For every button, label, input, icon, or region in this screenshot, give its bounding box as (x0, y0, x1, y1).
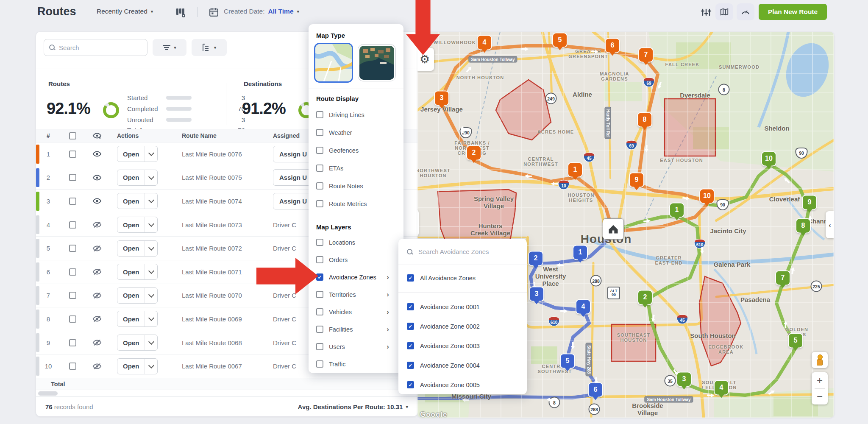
route-stop-marker-blue-6[interactable]: 6 (589, 383, 602, 396)
chevron-down-icon[interactable] (145, 359, 157, 374)
chevron-down-icon[interactable] (145, 288, 157, 303)
row-checkbox[interactable] (69, 363, 76, 370)
route-stop-marker-green-5[interactable]: 5 (789, 334, 802, 347)
checkbox[interactable] (316, 343, 323, 350)
avoidance-zone-item[interactable]: ✓Avoidance Zone 0001 (407, 303, 480, 310)
eye-icon[interactable] (84, 174, 110, 181)
chevron-down-icon[interactable] (145, 264, 157, 279)
checkbox[interactable] (316, 165, 323, 172)
sort-dropdown[interactable]: Recently Created ▾ (97, 8, 153, 15)
route-stop-marker-green-3[interactable]: 3 (677, 372, 691, 386)
open-route-button[interactable]: Open (117, 287, 158, 304)
route-name[interactable]: Last Mile Route 0067 (173, 363, 264, 370)
route-name[interactable]: Last Mile Route 0072 (173, 245, 264, 252)
chevron-down-icon[interactable] (145, 170, 157, 185)
open-route-button[interactable]: Open (117, 217, 158, 233)
dashboard-gauge-button[interactable] (737, 3, 754, 20)
route-stop-marker-green-9[interactable]: 9 (803, 195, 816, 209)
eye-off-icon[interactable] (84, 292, 110, 299)
map-layer-item-users[interactable]: Users› (316, 343, 396, 350)
route-stop-marker-blue-4[interactable]: 4 (576, 300, 590, 313)
map-type-satellite-option[interactable] (358, 45, 395, 81)
checkbox[interactable]: ✓ (316, 273, 323, 281)
chevron-down-icon[interactable] (145, 335, 157, 350)
route-stop-marker-orange-5[interactable]: 5 (553, 33, 567, 47)
route-display-item[interactable]: ETAs (316, 165, 343, 172)
zoom-out-button[interactable]: − (812, 389, 828, 405)
assign-user-button[interactable]: Assign U (273, 146, 313, 162)
open-route-button[interactable]: Open (117, 170, 158, 186)
route-stop-marker-orange-8[interactable]: 8 (638, 113, 651, 126)
column-settings-icon[interactable] (175, 6, 186, 20)
eye-off-icon[interactable] (84, 339, 110, 346)
avoidance-zone-item[interactable]: ✓Avoidance Zone 0005 (407, 381, 480, 388)
checkbox[interactable] (316, 360, 323, 368)
open-route-button[interactable]: Open (117, 335, 158, 351)
chevron-down-icon[interactable] (145, 193, 157, 209)
map-layer-item-locations[interactable]: Locations (316, 239, 396, 246)
checkbox[interactable]: ✓ (407, 303, 414, 310)
filter-button[interactable]: ▾ (153, 39, 186, 56)
zoom-in-button[interactable]: + (812, 372, 828, 388)
route-stop-marker-green-7[interactable]: 7 (776, 271, 790, 285)
avoidance-zone-item[interactable]: ✓Avoidance Zone 0003 (407, 342, 480, 349)
collapse-panel-right-tab[interactable]: ‹ (826, 211, 834, 238)
row-checkbox[interactable] (69, 174, 76, 181)
eye-off-icon[interactable] (84, 268, 110, 276)
checkbox[interactable]: ✓ (407, 381, 414, 388)
route-stop-marker-orange-2[interactable]: 2 (467, 146, 481, 159)
map-layer-item-avoidance-zones[interactable]: ✓Avoidance Zones› (316, 273, 396, 281)
open-route-button[interactable]: Open (117, 146, 158, 162)
route-display-item[interactable]: Route Metrics (316, 200, 367, 207)
route-name[interactable]: Last Mile Route 0076 (173, 151, 264, 158)
route-stop-marker-green-4[interactable]: 4 (715, 381, 728, 394)
route-display-item[interactable]: Weather (316, 129, 352, 136)
route-stop-marker-green-8[interactable]: 8 (796, 219, 810, 232)
chevron-down-icon[interactable] (145, 311, 157, 326)
chevron-down-icon[interactable] (145, 217, 157, 232)
route-name[interactable]: Last Mile Route 0069 (173, 315, 264, 323)
avg-destinations-dropdown[interactable]: Avg. Destinations Per Route: 10.31 ▾ (298, 403, 408, 410)
open-route-button[interactable]: Open (117, 240, 158, 257)
map-layer-item-traffic[interactable]: Traffic (316, 360, 396, 368)
checkbox[interactable] (316, 308, 323, 315)
row-checkbox[interactable] (69, 245, 76, 252)
map-layer-item-territories[interactable]: Territories› (316, 291, 396, 298)
route-display-item[interactable]: Driving Lines (316, 111, 364, 118)
route-name[interactable]: Last Mile Route 0074 (173, 198, 264, 205)
route-stop-marker-blue-5[interactable]: 5 (561, 354, 574, 368)
select-all-checkbox[interactable] (69, 132, 76, 139)
open-route-button[interactable]: Open (117, 358, 158, 374)
avoidance-zone-item[interactable]: ✓Avoidance Zone 0002 (407, 323, 480, 330)
assign-user-button[interactable]: Assign U (273, 193, 313, 209)
route-stop-marker-orange-1[interactable]: 1 (568, 163, 582, 176)
map-layer-item-vehicles[interactable]: Vehicles› (316, 308, 396, 315)
open-route-button[interactable]: Open (117, 311, 158, 327)
route-display-item[interactable]: Route Notes (316, 182, 363, 190)
map-layer-item-orders[interactable]: Orders (316, 256, 396, 263)
eye-icon[interactable] (84, 151, 110, 157)
checkbox[interactable] (316, 111, 323, 118)
route-stop-marker-orange-6[interactable]: 6 (606, 39, 619, 52)
open-route-button[interactable]: Open (117, 193, 158, 209)
depot-home-marker[interactable] (603, 218, 624, 240)
column-num[interactable]: # (36, 132, 61, 139)
column-route-name[interactable]: Route Name (173, 132, 264, 139)
chevron-down-icon[interactable] (145, 146, 157, 162)
eye-off-icon[interactable] (84, 363, 110, 370)
all-avoidance-zones-checkbox[interactable]: ✓ (407, 274, 414, 282)
search-input[interactable]: Search (44, 39, 147, 56)
route-stop-marker-green-2[interactable]: 2 (638, 290, 652, 304)
open-route-button[interactable]: Open (117, 264, 158, 280)
filter-settings-icon[interactable] (700, 6, 712, 20)
route-name[interactable]: Last Mile Route 0068 (173, 339, 264, 346)
map-layer-item-facilities[interactable]: Facilities› (316, 326, 396, 333)
row-checkbox[interactable] (69, 151, 76, 158)
assign-user-button[interactable]: Assign U (273, 169, 313, 186)
route-stop-marker-orange-7[interactable]: 7 (639, 48, 653, 61)
row-checkbox[interactable] (69, 339, 76, 346)
checkbox[interactable] (316, 147, 323, 154)
route-display-item[interactable]: Geofences (316, 147, 359, 154)
avoidance-zone-item[interactable]: ✓Avoidance Zone 0004 (407, 362, 480, 369)
row-checkbox[interactable] (69, 268, 76, 276)
